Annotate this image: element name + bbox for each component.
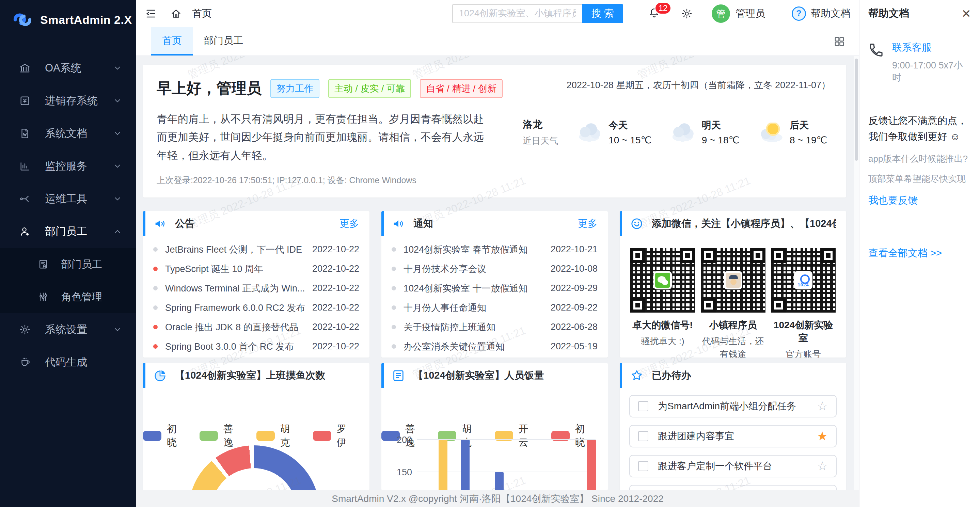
invoice-icon <box>19 95 31 106</box>
sidebar-item[interactable]: 监控服务 <box>0 150 136 183</box>
footer: SmartAdmin V2.x @copyright 河南·洛阳【1024创新实… <box>136 490 859 507</box>
search-input[interactable] <box>452 4 582 23</box>
sidebar-item[interactable]: 部门员工 <box>0 215 136 248</box>
user-menu[interactable]: 管 管理员 <box>712 5 765 23</box>
speaker-icon <box>391 217 405 230</box>
bar[interactable] <box>495 472 504 490</box>
notice-row[interactable]: 十月份技术分享会议 2022-10-08 <box>381 259 608 278</box>
view-all-docs-link[interactable]: 查看全部文档 >> <box>859 230 980 277</box>
notice-row[interactable]: 1024创新实验室 十一放假通知 2022-09-29 <box>381 278 608 298</box>
people-icon <box>19 226 31 237</box>
tab-label: 首页 <box>162 34 182 48</box>
pie-chart-icon <box>153 369 167 382</box>
qr-center-logo <box>724 271 742 289</box>
collapse-sidebar-icon[interactable] <box>145 8 157 19</box>
announcement-row[interactable]: Oracle 推出 JDK 8 的直接替代品 2022-10-22 <box>143 317 369 337</box>
announcement-row[interactable]: Spring Boot 3.0.0 首个 RC 发布 2022-10-22 <box>143 337 369 356</box>
legend-swatch[interactable] <box>200 431 218 441</box>
bar[interactable] <box>439 440 447 490</box>
copyright-text: SmartAdmin V2.x @copyright 河南·洛阳【1024创新实… <box>332 493 663 505</box>
logo-row[interactable]: SmartAdmin 2.X <box>0 0 136 31</box>
smiley-icon <box>630 217 644 230</box>
bullet-dot <box>391 267 396 271</box>
todo-checkbox[interactable] <box>638 461 648 471</box>
y-tick-label: 150 <box>394 467 412 477</box>
tab-options-grid-icon[interactable] <box>833 35 845 48</box>
todo-item[interactable] <box>629 485 837 490</box>
todo-star-icon[interactable] <box>817 460 828 472</box>
sidebar-item[interactable]: 进销存系统 <box>0 84 136 117</box>
notice-row[interactable]: 办公室消杀关键位置通知 2022-05-19 <box>381 337 608 356</box>
monitor-icon <box>19 161 31 172</box>
feedback-link[interactable]: 我也要反馈 <box>868 194 971 207</box>
close-icon[interactable]: ✕ <box>962 7 972 21</box>
bullet-dot <box>153 247 158 252</box>
coffee-icon <box>19 356 31 368</box>
gauge-donut <box>189 445 320 490</box>
sidebar-item[interactable]: OA系统 <box>0 52 136 84</box>
breadcrumb[interactable]: 首页 <box>192 7 212 21</box>
legend-label[interactable]: 胡克 <box>280 422 298 450</box>
page-tab[interactable]: 部门员工 <box>193 27 260 56</box>
qr-code <box>701 248 765 313</box>
todo-item[interactable]: 跟进团建内容事宜 <box>629 425 837 447</box>
notification-bell[interactable]: 12 <box>648 7 660 20</box>
todo-item[interactable]: 为SmartAdmin前端小组分配任务 <box>629 395 837 418</box>
sidebar-item[interactable]: 角色管理 <box>0 281 136 313</box>
sidebar-item-label: 部门员工 <box>45 224 87 239</box>
global-search: 搜 索 <box>452 4 623 23</box>
qr-code: 1024 <box>771 248 835 313</box>
legend-label[interactable]: 善逸 <box>223 422 241 450</box>
more-link[interactable]: 更多 <box>578 217 598 230</box>
notice-row[interactable]: 1024创新实验室 春节放假通知 2022-10-21 <box>381 240 608 259</box>
help-doc-label: 帮助文档 <box>811 7 850 21</box>
announcement-row[interactable]: TypeScript 诞生 10 周年 2022-10-22 <box>143 259 369 278</box>
bullet-dot <box>153 267 158 271</box>
bar-plot: 200150 <box>381 398 608 490</box>
todo-star-icon[interactable] <box>817 400 828 412</box>
legend-label[interactable]: 初晓 <box>167 422 185 450</box>
announcement-row[interactable]: Spring Framework 6.0.0 RC2 发布 2022-10-22 <box>143 298 369 317</box>
todo-star-icon[interactable] <box>817 430 828 442</box>
last-login-info: 上次登录:2022-10-26 17:50:51; IP:127.0.0.1; … <box>157 175 832 186</box>
sidebar-item-label: 系统文档 <box>45 126 87 141</box>
phone-icon <box>868 42 884 58</box>
todo-checkbox[interactable] <box>638 431 648 441</box>
vertical-scrollbar[interactable] <box>854 56 859 490</box>
card-title: 【1024创新实验室】人员饭量 <box>414 369 544 382</box>
sidebar-item[interactable]: 部门员工 <box>0 248 136 281</box>
legend-label[interactable]: 罗伊 <box>337 422 355 450</box>
main-content: 早上好，管理员 努力工作 主动 / 皮实 / 可靠 自省 / 精进 / 创新 青… <box>136 56 859 490</box>
page-tab[interactable]: 首页 <box>151 27 193 56</box>
more-link[interactable]: 更多 <box>339 217 359 230</box>
announcement-row[interactable]: JetBrains Fleet 公测，下一代 IDE 2022-10-22 <box>143 240 369 259</box>
legend-swatch[interactable] <box>313 431 331 441</box>
contact-support-link[interactable]: 联系客服 <box>892 41 971 54</box>
notice-row[interactable]: 关于疫情防控上班通知 2022-06-28 <box>381 317 608 337</box>
sidebar-item[interactable]: 运维工具 <box>0 183 136 215</box>
sidebar-item[interactable]: 系统设置 <box>0 313 136 346</box>
bullet-dot <box>391 286 396 291</box>
todo-checkbox[interactable] <box>638 401 648 411</box>
scrollbar-thumb[interactable] <box>855 59 858 161</box>
bullet-dot <box>153 325 158 329</box>
bar[interactable] <box>461 440 469 490</box>
sidebar-item-label: 监控服务 <box>45 159 87 173</box>
legend-swatch[interactable] <box>256 431 275 441</box>
announcement-row[interactable]: Windows Terminal 正式成为 Win... 2022-10-22 <box>143 278 369 298</box>
home-icon[interactable] <box>170 8 182 19</box>
sidebar-item[interactable]: 代码生成 <box>0 346 136 378</box>
notice-row[interactable]: 十月份人事任命通知 2022-09-22 <box>381 298 608 317</box>
qr-block: 1024 1024创新实验室 官方账号 <box>769 248 837 358</box>
settings-gear-icon[interactable] <box>681 8 693 19</box>
sliders-icon <box>37 291 49 303</box>
card-title: 通知 <box>414 217 433 230</box>
qr-code <box>630 248 695 313</box>
help-doc-toggle[interactable]: ? 帮助文档 <box>792 6 850 21</box>
search-button[interactable]: 搜 索 <box>582 4 623 23</box>
bar[interactable] <box>587 440 596 490</box>
todo-item[interactable]: 跟进客户定制一个软件平台 <box>629 455 837 477</box>
legend-swatch[interactable] <box>143 431 161 441</box>
help-panel-title: 帮助文档 <box>868 6 909 21</box>
sidebar-item[interactable]: 系统文档 <box>0 117 136 150</box>
